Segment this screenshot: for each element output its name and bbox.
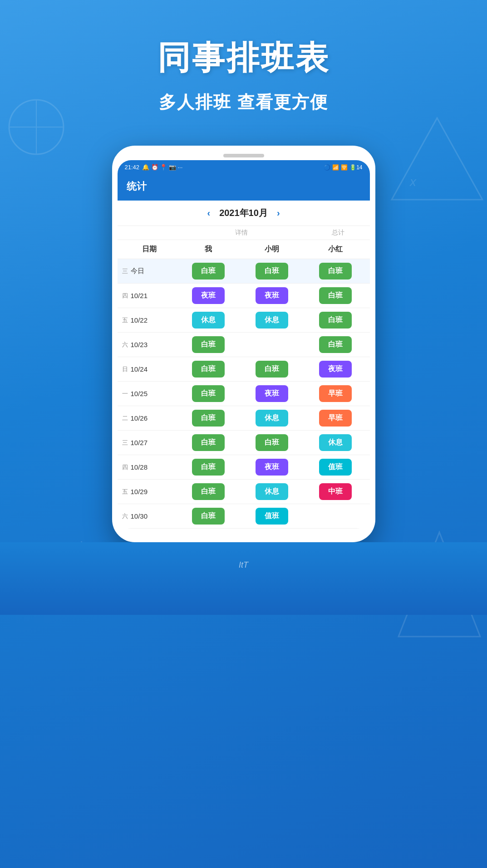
day-of-week: 三 [122,267,128,275]
shift-cell-xiaoming: 值班 [240,508,304,525]
shift-badge-me: 白班 [192,336,225,353]
date-value: 10/30 [131,512,148,520]
shift-badge-xiaohong: 白班 [319,336,352,353]
shift-cell-xiaohong: 白班 [304,336,367,353]
date-cell: 三10/27 [118,439,177,447]
table-row: 六10/30白班值班 [118,504,370,529]
status-time: 21:42 [125,164,140,171]
status-right: 🔵 📶 🛜 🔋14 [324,164,362,171]
shift-badge-xiaohong: 早班 [319,385,352,402]
shift-badge-xiaoming: 白班 [256,263,288,280]
shift-badge-xiaohong: 中班 [319,483,352,500]
table-row: 二10/26白班休息早班 [118,406,370,431]
phone-screen: 21:42 🔔 ⏰ 📍 📷 ··· 🔵 📶 🛜 🔋14 统计 ‹ 2021年10… [118,160,370,529]
date-value: 10/26 [131,414,148,422]
shift-cell-xiaoming: 白班 [240,361,304,378]
shift-cell-me: 白班 [177,434,240,451]
table-row: 四10/21夜班夜班白班 [118,284,370,308]
shift-badge-xiaoming: 夜班 [256,385,288,402]
date-cell: 五10/29 [118,488,177,496]
shift-badge-xiaohong: 早班 [319,410,352,427]
shift-cell-xiaohong: 早班 [304,410,367,427]
shift-cell-me: 白班 [177,508,240,525]
th-xiaohong: 小红 [304,245,367,254]
table-row: 一10/25白班夜班早班 [118,382,370,406]
shift-cell-xiaoming: 夜班 [240,287,304,304]
status-icons-left: 🔔 ⏰ 📍 📷 ··· [142,164,182,171]
shift-badge-xiaoming: 休息 [256,312,288,329]
date-value: 10/23 [131,341,148,348]
shift-badge-xiaoming: 夜班 [256,459,288,476]
date-value: 10/29 [131,488,148,495]
schedule-table: 三今日白班白班白班四10/21夜班夜班白班五10/22休息休息白班六10/23白… [118,259,370,529]
shift-cell-xiaohong: 早班 [304,385,367,402]
shift-badge-xiaoming: 白班 [256,361,288,378]
shift-cell-xiaoming: 白班 [240,263,304,280]
shift-badge-me: 白班 [192,410,225,427]
th-date: 日期 [118,245,177,254]
table-row: 日10/24白班白班夜班 [118,357,370,382]
shift-badge-xiaoming: 白班 [256,434,288,451]
shift-badge-me: 夜班 [192,287,225,304]
table-row: 四10/28白班夜班值班 [118,455,370,480]
shift-cell-xiaohong: 休息 [304,434,367,451]
shift-badge-me: 白班 [192,459,225,476]
table-header: 日期 我 小明 小红 [118,240,370,259]
battery-icon: 🔋14 [349,164,362,171]
day-of-week: 四 [122,463,128,471]
shift-cell-xiaoming: 休息 [240,483,304,500]
day-of-week: 五 [122,316,128,324]
table-row: 五10/29白班休息中班 [118,480,370,504]
th-me: 我 [177,245,240,254]
shift-badge-xiaoming: 休息 [256,410,288,427]
shift-cell-me: 白班 [177,459,240,476]
status-left: 21:42 🔔 ⏰ 📍 📷 ··· [125,164,183,171]
shift-badge-xiaohong: 值班 [319,459,352,476]
date-cell: 二10/26 [118,414,177,422]
shift-cell-me: 白班 [177,336,240,353]
phone-mockup: 21:42 🔔 ⏰ 📍 📷 ··· 🔵 📶 🛜 🔋14 统计 ‹ 2021年10… [112,146,375,542]
shift-badge-me: 白班 [192,434,225,451]
shift-badge-me: 白班 [192,508,225,525]
status-bar: 21:42 🔔 ⏰ 📍 📷 ··· 🔵 📶 🛜 🔋14 [118,160,370,174]
shift-cell-xiaohong: 白班 [304,287,367,304]
date-cell: 一10/25 [118,390,177,398]
shift-badge-xiaohong: 休息 [319,434,352,451]
day-of-week: 五 [122,488,128,496]
date-cell: 四10/21 [118,292,177,300]
next-month-button[interactable]: › [277,208,280,218]
date-value: 10/25 [131,390,148,397]
shift-cell-xiaohong: 夜班 [304,361,367,378]
main-title: 同事排班表 [18,36,469,80]
shift-badge-me: 白班 [192,361,225,378]
shift-cell-me: 白班 [177,483,240,500]
date-cell: 五10/22 [118,316,177,324]
shift-cell-xiaoming: 休息 [240,312,304,329]
shift-cell-me: 白班 [177,361,240,378]
date-value: 10/22 [131,316,148,324]
shift-badge-me: 白班 [192,483,225,500]
date-value: 10/28 [131,463,148,471]
table-row: 六10/23白班白班 [118,333,370,357]
date-cell: 六10/30 [118,512,177,520]
date-value: 10/24 [131,365,148,373]
calendar-nav: ‹ 2021年10月 › [118,201,370,226]
subheader-spacer [118,229,177,237]
shift-cell-xiaohong: 中班 [304,483,367,500]
subheader-detail: 详情 [177,229,306,237]
date-cell: 三今日 [118,267,177,275]
shift-badge-xiaoming: 值班 [256,508,288,525]
phone-notch [118,154,370,157]
calendar-month: 2021年10月 [219,207,268,219]
day-of-week: 六 [122,341,128,349]
shift-cell-xiaohong: 白班 [304,312,367,329]
subheader-total: 总计 [306,229,370,237]
shift-cell-me: 白班 [177,263,240,280]
wifi-icon: 🛜 [341,164,348,171]
prev-month-button[interactable]: ‹ [207,208,210,218]
col-headers-row: 详情 总计 [118,226,370,240]
date-value: 今日 [131,267,144,275]
day-of-week: 一 [122,390,128,398]
shift-cell-me: 休息 [177,312,240,329]
shift-badge-me: 白班 [192,385,225,402]
